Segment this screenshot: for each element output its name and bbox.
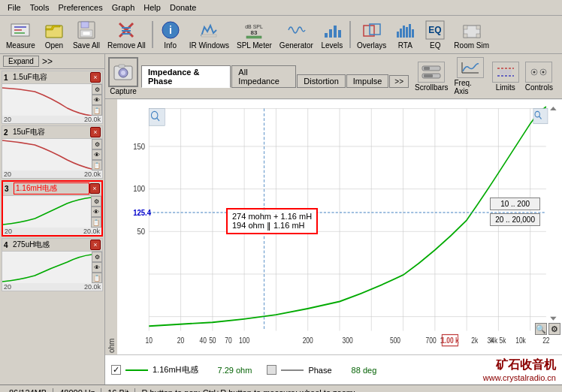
channel-4-low: 20	[4, 283, 11, 291]
toolbar-save-label: Save All	[73, 41, 100, 50]
toolbar-measure[interactable]: Measure	[3, 18, 38, 51]
channel-4-footer: 20 20.0k	[2, 283, 102, 291]
toolbar-save-all[interactable]: Save All	[70, 18, 103, 51]
settings-icon[interactable]: ⚙	[548, 323, 560, 335]
channel-3-high: 20.0k	[83, 228, 100, 235]
channel-4-icons: ⚙ 👁 📋	[92, 252, 102, 283]
freq-axis-icon[interactable]	[457, 57, 484, 78]
measurement-box: 274 mohm + 1.16 mH 194 ohm ‖ 1.16 mH	[226, 208, 318, 234]
toolbar-rta[interactable]: RTA	[391, 18, 419, 51]
y-axis-label: ohm	[105, 99, 117, 354]
toolbar-open[interactable]: Open	[40, 18, 68, 51]
menu-preferences[interactable]: Preferences	[53, 2, 107, 14]
channel-3-config[interactable]: ⚙	[91, 196, 101, 207]
svg-text:50: 50	[209, 336, 216, 345]
tab-all-impedance[interactable]: All Impedance	[231, 65, 296, 88]
capture-button[interactable]	[108, 57, 138, 87]
tab-impedance-phase[interactable]: Impedance & Phase	[141, 65, 231, 88]
svg-rect-47	[424, 74, 433, 77]
channel-1-close[interactable]: ×	[90, 72, 101, 83]
toolbar-generator-label: Generator	[279, 41, 313, 50]
toolbar-ir-label: IR Windows	[189, 41, 229, 50]
toolbar-levels[interactable]: Levels	[318, 18, 346, 51]
chart-svg-wrapper[interactable]: 150 100 50 10 20 40 50 70 100 200 300 50…	[117, 99, 562, 354]
tab-distortion[interactable]: Distortion	[297, 74, 345, 88]
toolbar-generator[interactable]: Generator	[276, 18, 316, 51]
toolbar-room-sim[interactable]: Room Sim	[451, 18, 492, 51]
channel-2-copy[interactable]: 📋	[92, 160, 102, 170]
channel-1-icons: ⚙ 👁 📋	[92, 84, 102, 116]
toolbar-spl-label: SPL Meter	[237, 41, 272, 50]
channel-4-config[interactable]: ⚙	[92, 252, 102, 262]
tab-more[interactable]: >>	[389, 75, 409, 88]
svg-marker-109	[550, 107, 556, 110]
channel-3-close[interactable]: ×	[89, 183, 100, 194]
channel-1-view[interactable]: 👁	[92, 95, 102, 105]
toolbar-eq-label: EQ	[430, 41, 440, 50]
channel-4-close[interactable]: ×	[90, 240, 101, 250]
channel-2-view[interactable]: 👁	[92, 149, 102, 160]
svg-text:50: 50	[137, 227, 145, 236]
svg-text:EQ: EQ	[429, 25, 442, 35]
channel-2-close[interactable]: ×	[90, 127, 101, 137]
channel-3-footer: 20 20.0k	[3, 228, 101, 235]
zoom-controls: 🔍 ⚙	[535, 323, 560, 335]
svg-point-54	[533, 71, 536, 73]
controls-icon[interactable]	[525, 62, 552, 83]
menu-donate[interactable]: Donate	[165, 2, 201, 14]
menu-tools[interactable]: Tools	[26, 2, 54, 14]
toolbar-info[interactable]: i Info	[156, 18, 185, 51]
svg-rect-37	[464, 34, 467, 38]
tab-and-controls-row: Capture Impedance & Phase All Impedance …	[105, 54, 562, 99]
channel-2-graph	[2, 139, 92, 170]
menu-help[interactable]: Help	[139, 2, 165, 14]
channel-1-config[interactable]: ⚙	[92, 84, 102, 95]
channel-3-view[interactable]: 👁	[91, 207, 101, 217]
freq-axis-control: Freq. Axis	[455, 57, 486, 95]
channel-2-header: 2 15uF电容 ×	[2, 126, 102, 139]
channel-4-name: 275uH电感	[13, 240, 90, 250]
range-btn-1[interactable]: 10 .. 200	[490, 198, 540, 210]
toolbar-overlays[interactable]: Overlays	[354, 18, 389, 51]
channel-3-icons: ⚙ 👁 📋	[91, 196, 101, 228]
toolbar-ir-windows[interactable]: IR Windows	[186, 18, 232, 51]
zoom-icon[interactable]: 🔍	[535, 323, 547, 335]
channel-3-graph	[3, 196, 91, 228]
svg-text:1.00 k: 1.00 k	[441, 336, 459, 345]
legend-item-1: ✓ 1.16mH电感 7.29 ohm	[111, 364, 252, 375]
legend-check-2[interactable]	[267, 365, 276, 375]
svg-text:dB SPL: dB SPL	[246, 24, 264, 29]
svg-text:100: 100	[239, 336, 249, 345]
channel-1-copy[interactable]: 📋	[92, 105, 102, 116]
channel-3-header: 3 1.16mH电感 ×	[3, 182, 101, 196]
expand-button[interactable]: Expand	[3, 56, 39, 67]
svg-rect-20	[246, 36, 261, 38]
capture-area: Capture	[108, 57, 138, 95]
toolbar-spl-meter[interactable]: dB SPL 83 SPL Meter	[234, 18, 275, 51]
legend-check-1[interactable]: ✓	[111, 365, 121, 375]
range-btn-2[interactable]: 20 .. 20,000	[490, 213, 540, 226]
channel-3: 3 1.16mH电感 × ⚙ 👁 📋 20 20.0k	[2, 180, 103, 237]
menu-file[interactable]: File	[3, 2, 26, 14]
channel-3-copy[interactable]: 📋	[91, 217, 101, 228]
menu-graph[interactable]: Graph	[107, 2, 140, 14]
svg-rect-36	[464, 26, 467, 29]
svg-rect-32	[412, 29, 414, 38]
legend: ✓ 1.16mH电感 7.29 ohm Phase 88 deg 矿石收音机 w…	[105, 354, 562, 384]
toolbar: Measure Open Save All	[0, 16, 562, 54]
limits-control: Limits	[492, 62, 519, 92]
channel-4-copy[interactable]: 📋	[92, 273, 102, 283]
channel-1-footer: 20 20.0k	[2, 116, 102, 123]
scrollbars-icon[interactable]	[418, 62, 445, 83]
toolbar-remove-all[interactable]: Remove All	[104, 18, 149, 51]
toolbar-info-label: Info	[164, 41, 177, 50]
expand-arrows[interactable]: >>	[42, 56, 53, 67]
spl-icon: dB SPL 83	[243, 20, 264, 41]
limits-icon[interactable]	[492, 62, 519, 83]
tab-impulse[interactable]: Impulse	[346, 74, 389, 88]
channel-2-config[interactable]: ⚙	[92, 139, 102, 149]
channel-1-num: 1	[4, 74, 13, 82]
channel-4-view[interactable]: 👁	[92, 262, 102, 273]
toolbar-eq[interactable]: EQ EQ	[421, 18, 449, 51]
svg-point-42	[121, 71, 125, 75]
